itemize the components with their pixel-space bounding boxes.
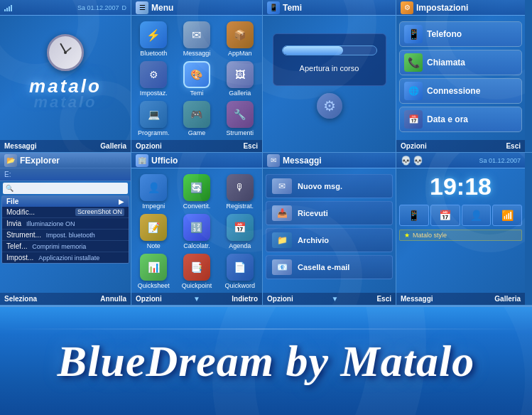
skull-icon: 💀 💀 bbox=[401, 156, 423, 166]
ufficio-item-note[interactable]: 📝 Note bbox=[133, 212, 175, 251]
ufficio-item-quickpoint-label: Quickpoint bbox=[182, 282, 212, 289]
ufficio-item-quickpoint[interactable]: 📑 Quickpoint bbox=[176, 252, 218, 291]
panel8-bottom-bar: Messaggi Galleria bbox=[396, 293, 525, 305]
panel7-bottom-bar: Opzioni ▼ Esci bbox=[263, 293, 396, 305]
messaggi-title: Messaggi bbox=[283, 156, 322, 166]
panel-messaggi: ✉ Messaggi ✉ Nuovo msg. 📥 Ricevuti bbox=[263, 153, 396, 305]
panel6-bottom-bar: Opzioni ▼ Indietro bbox=[131, 293, 262, 305]
p1-bottom-right[interactable]: Galleria bbox=[100, 142, 126, 150]
impost-item-datetime[interactable]: 📅 Data e ora bbox=[399, 107, 522, 132]
p6-bottom-center-arrow: ▼ bbox=[193, 295, 200, 303]
panel2-bottom-bar: Opzioni Esci bbox=[131, 140, 262, 152]
p7-bottom-right[interactable]: Esci bbox=[376, 295, 391, 303]
menu-item-game-label: Game bbox=[188, 129, 206, 136]
file-menu-invia[interactable]: Invia Illuminazione ON bbox=[2, 218, 129, 230]
menu-item-bluetooth-label: Bluetooth bbox=[140, 50, 167, 57]
file-label: File bbox=[6, 198, 18, 205]
ufficio-header-icon: 🏢 bbox=[136, 154, 148, 167]
msg-item-nuovo[interactable]: ✉ Nuovo msg. bbox=[266, 174, 393, 198]
panel5-bottom-bar: Seleziona Annulla bbox=[0, 293, 131, 305]
fexplorer-title: FExplorer bbox=[20, 156, 60, 166]
panel-temi: 📱 Temi Apertura in corso ⚙ bbox=[263, 0, 396, 152]
menu-item-impostaz-label: Impostaz. bbox=[140, 90, 168, 97]
ufficio-item-impegni-label: Impegni bbox=[142, 203, 165, 210]
panel-clock: Sa 01.12.2007 D matalo matalo Messaggi G… bbox=[0, 0, 131, 152]
fexplorer-header-icon: 📂 bbox=[4, 154, 17, 167]
messaggi-header-icon: ✉ bbox=[267, 154, 280, 167]
ufficio-item-calcolatr-label: Calcolatr. bbox=[183, 242, 210, 249]
menu-item-bluetooth[interactable]: ⚡ Bluetooth bbox=[133, 20, 175, 58]
ufficio-title: Ufficio bbox=[151, 156, 178, 166]
panel-menu: ☰ Menu ⚡ Bluetooth ✉ Messaggi bbox=[131, 0, 263, 152]
panel1-bottom-bar: Messaggi Galleria bbox=[0, 140, 131, 152]
p7-bottom-center-arrow: ▼ bbox=[332, 295, 339, 303]
menu-item-programs[interactable]: 💻 Programm. bbox=[133, 99, 175, 138]
p6-bottom-left[interactable]: Opzioni bbox=[136, 295, 162, 303]
menu-title: Menu bbox=[151, 3, 173, 13]
clock-face bbox=[47, 34, 84, 71]
menu-item-galleria-label: Galleria bbox=[229, 90, 251, 97]
panel-bigclock: 💀 💀 Sa 01.12.2007 19:18 📱 📅 � bbox=[396, 153, 525, 305]
fexplorer-path: E: bbox=[4, 171, 11, 178]
menu-item-strumenti[interactable]: 🔧 Strumenti bbox=[219, 99, 261, 138]
panel-grid-row2: 📂 FExplorer E: 🔍 File ▶ Modific... bbox=[0, 153, 532, 306]
p5-bottom-right[interactable]: Annulla bbox=[100, 295, 126, 303]
p4-bottom-left[interactable]: Opzioni bbox=[401, 142, 427, 150]
p5-bottom-left[interactable]: Seleziona bbox=[4, 295, 37, 303]
p8-bottom-right[interactable]: Galleria bbox=[494, 295, 521, 303]
ufficio-item-quickword-label: Quickword bbox=[224, 282, 255, 289]
matalo-style-text: Matalo style bbox=[413, 232, 447, 239]
brand-strip: BlueDream by Matalo bbox=[0, 306, 532, 415]
menu-item-game[interactable]: 🎮 Game bbox=[176, 99, 218, 138]
ufficio-item-quicksheet-label: Quicksheet bbox=[138, 282, 170, 289]
p2-bottom-left[interactable]: Opzioni bbox=[136, 142, 162, 150]
file-menu-modifica[interactable]: Modific... ScreenShot ON bbox=[2, 207, 129, 218]
ufficio-item-note-label: Note bbox=[147, 242, 161, 249]
menu-header-icon: ☰ bbox=[136, 1, 148, 14]
menu-item-programs-label: Programm. bbox=[138, 129, 170, 136]
file-menu-strumenti[interactable]: Strument... Impost. bluetooth bbox=[2, 230, 129, 241]
p6-bottom-right[interactable]: Indietro bbox=[232, 295, 258, 303]
panel-grid: Sa 01.12.2007 D matalo matalo Messaggi G… bbox=[0, 0, 532, 153]
menu-item-impostaz[interactable]: ⚙ Impostaz. bbox=[133, 60, 175, 98]
panel-impostazioni: ⚙ Impostazioni 📱 Telefono 📞 Chiam bbox=[396, 0, 525, 152]
shortcut-phone[interactable]: 📱 bbox=[399, 205, 429, 226]
ufficio-item-impegni[interactable]: 👤 Impegni bbox=[133, 173, 175, 211]
file-menu-impost[interactable]: Impost... Applicazioni installate bbox=[2, 252, 129, 263]
p8-bottom-left[interactable]: Messaggi bbox=[401, 295, 433, 303]
day-letter: D bbox=[122, 4, 127, 11]
menu-item-temi-label: Temi bbox=[190, 90, 203, 97]
screenshot-on-badge: ScreenShot ON bbox=[75, 208, 124, 216]
brand-text: BlueDream by Matalo bbox=[58, 336, 474, 387]
p2-bottom-right[interactable]: Esci bbox=[243, 142, 258, 150]
file-menu-telefo[interactable]: Telef... Comprimi memoria bbox=[2, 241, 129, 252]
ufficio-item-quickword[interactable]: 📄 Quickword bbox=[219, 252, 261, 291]
panel-fexplorer: 📂 FExplorer E: 🔍 File ▶ Modific... bbox=[0, 153, 131, 305]
p1-bottom-left[interactable]: Messaggi bbox=[4, 142, 37, 150]
p7-bottom-left[interactable]: Opzioni bbox=[267, 295, 293, 303]
file-menu-dropdown: File ▶ Modific... ScreenShot ON Invia Il… bbox=[1, 195, 129, 264]
p4-bottom-right[interactable]: Esci bbox=[506, 142, 521, 150]
impost-datetime-label: Data e ora bbox=[427, 114, 468, 124]
panel4-bottom-bar: Opzioni Esci bbox=[396, 140, 525, 152]
ufficio-item-quicksheet[interactable]: 📊 Quicksheet bbox=[133, 252, 175, 291]
msg-nuovo-label: Nuovo msg. bbox=[298, 182, 342, 190]
panel-ufficio: 🏢 Ufficio 👤 Impegni 🔄 Convertit. bbox=[131, 153, 263, 305]
impostazioni-header-icon: ⚙ bbox=[401, 1, 413, 14]
main-container: Sa 01.12.2007 D matalo matalo Messaggi G… bbox=[0, 0, 532, 415]
gear-icon: ⚙ bbox=[317, 93, 342, 119]
menu-item-strumenti-label: Strumenti bbox=[226, 129, 254, 136]
